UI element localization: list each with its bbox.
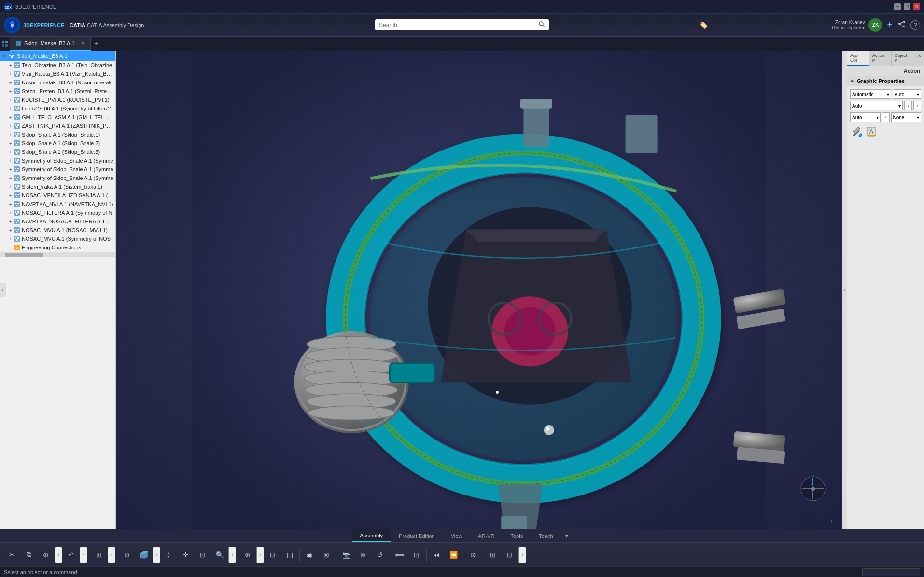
tree-item[interactable]: + NOSAC_MVU A.1 (Symmetry of NOS — [0, 234, 115, 243]
tree-item[interactable]: + Symmetry of Sklop_Snale A.1 (Symme — [0, 165, 115, 174]
tree-item[interactable]: + ZASTITNIK_PVI A.1 (ZASTITNIK_PVI.1 — [0, 122, 115, 130]
tree-root-item[interactable]: ▼ Sklop_Maske_B3 A.1 — [0, 51, 115, 61]
more-button-2[interactable]: ⊟ — [502, 547, 518, 563]
snap-button[interactable]: ⊡ — [195, 547, 211, 563]
viewport[interactable]: Y / — [116, 51, 842, 529]
view-cube-dropdown[interactable]: ▾ — [153, 547, 160, 563]
tree-item[interactable]: + NOSAC_VENTILA_IZDISANJA A.1 (NC — [0, 191, 115, 200]
tree-item[interactable]: + NOSAC_MVU A.1 (NOSAC_MVU.1) — [0, 226, 115, 234]
zoom-button[interactable]: 🔍 — [211, 547, 228, 563]
walk-button[interactable]: ⊛ — [355, 547, 371, 563]
add-tab-button[interactable]: + — [91, 37, 102, 51]
dropdown-auto-1[interactable]: Auto▾ — [893, 89, 921, 99]
tree-item[interactable]: + Filter-CS 00 A.1 (Symmetry of Filter-C — [0, 104, 115, 113]
status-input[interactable] — [862, 568, 920, 576]
user-avatar[interactable]: ZK — [868, 18, 882, 32]
tree-item[interactable]: + Nosni_umetak_B3 A.1 (Nosni_umetak — [0, 78, 115, 87]
expand-icon[interactable]: + — [8, 166, 14, 172]
bottom-tab-ar-vr[interactable]: AR-VR — [470, 529, 503, 542]
expand-icon[interactable]: + — [8, 80, 14, 85]
left-panel-collapse[interactable]: ‹ — [0, 283, 6, 297]
undo-dropdown[interactable]: ▾ — [80, 547, 87, 563]
tree-item[interactable]: + GM_I_TELO_ASM A.1 (GM_I_TELO_AS — [0, 113, 115, 122]
help-button[interactable]: ? — [910, 20, 920, 30]
search-button[interactable] — [538, 21, 545, 29]
paint-bucket-icon[interactable] — [851, 126, 863, 138]
camera-button[interactable]: 📷 — [338, 547, 354, 563]
tree-item[interactable]: + Sklop_Snale A.1 (Sklop_Snale.2) — [0, 139, 115, 148]
undo-button[interactable]: ↶ — [63, 547, 79, 563]
expand-icon[interactable]: + — [8, 227, 14, 233]
rp-tab-action-p[interactable]: Action P — [869, 51, 892, 66]
expand-icon[interactable]: + — [8, 71, 14, 77]
expand-icon[interactable]: + — [8, 149, 14, 155]
bookmark-button[interactable]: 🏷️ — [698, 19, 709, 30]
tree-item[interactable]: + Sistem_traka A.1 (Sistem_traka.1) — [0, 182, 115, 191]
tree-item[interactable]: + Vizir_Kalota_B3 A.1 (Vizir_Kalota_B3.1 — [0, 69, 115, 78]
bottom-tab-more[interactable]: ▾ — [561, 529, 572, 542]
prop-decrease-btn-2[interactable]: ‹ — [882, 112, 890, 122]
bottom-tab-assembly[interactable]: Assembly — [352, 529, 391, 542]
maximize-button[interactable]: □ — [904, 3, 910, 10]
rp-tab-object-p[interactable]: Object P — [892, 51, 914, 66]
dropdown-automatic[interactable]: Automatic▾ — [850, 89, 891, 99]
dropdown-auto-3[interactable]: Auto▾ — [850, 112, 881, 122]
view-3d-button[interactable]: ◉ — [301, 547, 318, 563]
tree-item[interactable]: + Sklop_Snale A.1 (Sklop_Snale.1) — [0, 130, 115, 139]
bottom-tab-product-edition[interactable]: Product Edition — [391, 529, 443, 542]
minimize-button[interactable]: ─ — [894, 3, 901, 10]
prop-increase-btn[interactable]: › — [913, 101, 921, 110]
share-button[interactable] — [897, 19, 907, 31]
paste-button[interactable]: ⊕ — [38, 547, 54, 563]
prop-decrease-btn[interactable]: ‹ — [904, 101, 912, 110]
measure-distance-button[interactable]: ⟺ — [392, 547, 408, 563]
expand-icon[interactable]: + — [8, 132, 14, 137]
expand-icon[interactable]: + — [8, 106, 14, 111]
move-button[interactable]: ✛ — [178, 547, 194, 563]
orient-dropdown[interactable]: ▾ — [256, 547, 264, 563]
copy-button[interactable]: ⧉ — [21, 547, 37, 563]
tree-item[interactable]: ⚙ Engineering Connections — [0, 243, 115, 252]
tree-item[interactable]: + Sklop_Snale A.1 (Sklop_Snale.3) — [0, 148, 115, 156]
tree-item[interactable]: + Symmetry of Sklop_Snale A.1 (Symme — [0, 156, 115, 165]
expand-icon[interactable]: + — [8, 140, 14, 146]
expand-icon[interactable]: + — [8, 123, 14, 129]
nav-first-button[interactable]: ⏮ — [428, 547, 445, 563]
tree-item[interactable]: + Telo_Obrazine_B3 A.1 (Telo_Obrazine — [0, 61, 115, 69]
expand-icon[interactable]: + — [8, 236, 14, 242]
zoom-dropdown[interactable]: ▾ — [228, 547, 236, 563]
expand-icon[interactable]: + — [8, 201, 14, 207]
orient-button[interactable]: ⊕ — [239, 547, 256, 563]
expand-icon[interactable]: + — [8, 114, 14, 120]
more-dropdown[interactable]: ▾ — [518, 547, 526, 563]
view-section-button[interactable]: ⊟ — [265, 547, 281, 563]
user-space[interactable]: Demo_Space ▾ — [832, 25, 865, 30]
rp-tab-app-opt[interactable]: App Opt — [847, 51, 869, 66]
dropdown-none[interactable]: None▾ — [891, 112, 922, 122]
tree-item[interactable]: + NOSAC_FILTERA A.1 (Symmetry of N — [0, 208, 115, 217]
right-panel-close[interactable]: ✕ — [914, 51, 924, 66]
nav-prev-button[interactable]: ⏪ — [445, 547, 462, 563]
insert-dropdown[interactable]: ▾ — [108, 547, 115, 563]
section-arrow[interactable] — [850, 79, 855, 83]
tab-close[interactable]: ✕ — [81, 41, 84, 46]
bottom-tab-touch[interactable]: Touch — [531, 529, 561, 542]
view-cube-button[interactable] — [136, 547, 152, 563]
expand-icon[interactable]: + — [8, 192, 14, 198]
close-button[interactable]: ✕ — [913, 3, 920, 10]
tree-item[interactable]: + KUCISTE_PVI A.1 (KUCISTE_PVI.1) — [0, 96, 115, 104]
tree-item[interactable]: + Stezni_Prsten_B3 A.1 (Stezni_Prsten_E — [0, 87, 115, 96]
expand-icon[interactable]: + — [8, 219, 14, 224]
expand-icon[interactable]: + — [8, 175, 14, 181]
view-clip-button[interactable]: ⊠ — [318, 547, 335, 563]
tree-item[interactable]: + NAVRTKA_NVI A.1 (NAVRTKA_NVI.1) — [0, 200, 115, 208]
active-tab[interactable]: Sklop_Maske_B3 A.1 ✕ — [10, 37, 91, 51]
right-panel-collapse[interactable]: › — [842, 51, 847, 529]
tree-item[interactable]: + Symmetry of Sklop_Snale A.1 (Symme — [0, 174, 115, 182]
view-styles-button[interactable]: ▤ — [281, 547, 298, 563]
bottom-tab-view[interactable]: View — [443, 529, 471, 542]
frame-button[interactable]: ⊡ — [408, 547, 425, 563]
measure-button[interactable]: ⊹ — [161, 547, 177, 563]
expand-icon[interactable]: + — [8, 62, 14, 68]
app-logo[interactable] — [4, 17, 20, 33]
